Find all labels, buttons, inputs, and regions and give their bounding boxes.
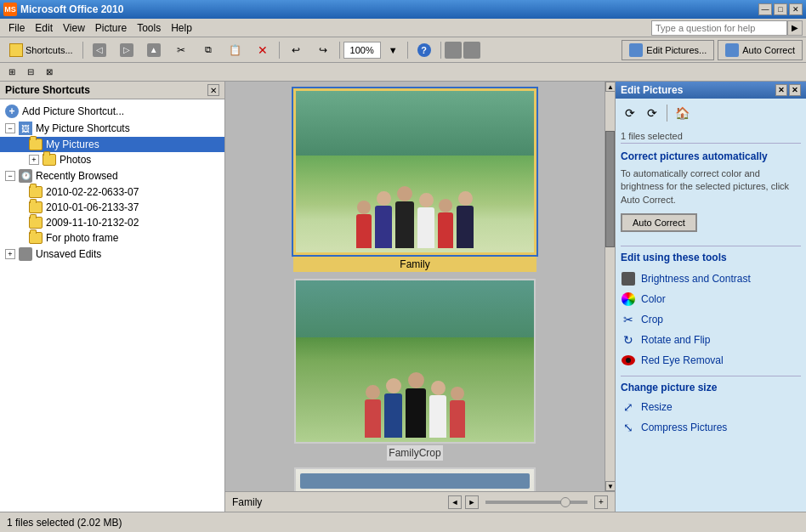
zoom-dropdown-button[interactable]: ▼	[383, 40, 404, 60]
tool-resize-label: Resize	[641, 401, 673, 413]
photos-folder-icon	[43, 154, 56, 166]
sidebar-item-date1[interactable]: 2010-02-22-0633-07	[0, 184, 224, 200]
zoom-input[interactable]	[343, 42, 381, 59]
sidebar-item-recently-browsed[interactable]: − 🕐 Recently Browsed	[0, 167, 224, 184]
panel-forward-icon[interactable]: ⟳	[643, 104, 661, 122]
my-pictures-label: My Pictures	[46, 139, 99, 150]
add-shortcut-item[interactable]: + Add Picture Shortcut...	[0, 103, 224, 120]
tool-rotate-label: Rotate and Flip	[641, 334, 710, 346]
redo-icon: ↪	[316, 43, 330, 57]
files-selected-text: 1 files selected	[621, 129, 801, 144]
panel-section-sep-1	[621, 246, 801, 246]
edit-tools-title: Edit using these tools	[621, 252, 801, 263]
photo-item-familycrop[interactable]: FamilyCrop	[294, 279, 536, 461]
help-search-button[interactable]: ▶	[787, 20, 803, 36]
tool-compress[interactable]: ⤡ Compress Pictures	[621, 417, 801, 438]
sidebar-item-my-picture-shortcuts[interactable]: − 🖼 My Picture Shortcuts	[0, 120, 224, 137]
help-button[interactable]: ?	[412, 40, 437, 60]
my-shortcuts-label: My Picture Shortcuts	[36, 122, 130, 134]
sidebar-item-unsaved-edits[interactable]: + Unsaved Edits	[0, 246, 224, 263]
photo-frame-screenshot[interactable]	[294, 467, 536, 491]
menu-edit[interactable]: Edit	[30, 20, 58, 36]
tool-brightness[interactable]: Brightness and Contrast	[621, 269, 801, 289]
photo-frame-label: For photo frame	[46, 232, 118, 244]
photo-frame-family[interactable]	[293, 88, 536, 255]
back-button[interactable]: ◁	[87, 40, 112, 60]
family-label: Family	[293, 257, 536, 272]
photo-item-screenshot[interactable]	[294, 467, 536, 491]
nav-slider[interactable]	[485, 501, 587, 504]
title-bar: MS Microsoft Office 2010 — □ ✕	[0, 0, 806, 19]
copy-button[interactable]: ⧉	[196, 40, 221, 60]
date3-label: 2009-11-10-2132-02	[46, 217, 139, 229]
nav-folder-label: Family	[232, 496, 262, 508]
menu-file[interactable]: File	[3, 20, 30, 36]
expand-my-shortcuts-icon[interactable]: −	[5, 123, 15, 133]
scroll-thumb-area	[605, 92, 615, 481]
photo-frame-familycrop[interactable]	[294, 279, 536, 444]
nav-prev-button[interactable]: ◄	[448, 495, 462, 509]
scroll-down-button[interactable]: ▼	[605, 481, 615, 491]
tool-rotate[interactable]: ↻ Rotate and Flip	[621, 330, 801, 350]
panel-pin-button[interactable]: ✕	[775, 84, 787, 96]
photos-label: Photos	[60, 154, 91, 166]
cut-button[interactable]: ✂	[168, 40, 194, 60]
paste-button[interactable]: 📋	[223, 40, 248, 60]
photo-frame-folder-icon	[29, 232, 43, 244]
photo-thumb-screenshot	[296, 469, 534, 491]
film-view-button[interactable]: ⊟	[22, 65, 39, 80]
sidebar-item-date2[interactable]: 2010-01-06-2133-37	[0, 200, 224, 215]
redo-button[interactable]: ↪	[310, 40, 336, 60]
status-bar: 1 files selected (2.02 MB)	[0, 512, 806, 532]
shortcuts-button[interactable]: Shortcuts...	[3, 40, 79, 60]
expand-recently-icon[interactable]: −	[5, 171, 15, 181]
undo-icon: ↩	[289, 43, 303, 57]
auto-correct-panel-button[interactable]: Auto Correct	[621, 213, 697, 232]
list-view-button[interactable]: ⊠	[41, 65, 58, 80]
nav-next-button[interactable]: ►	[465, 495, 479, 509]
scroll-thumb[interactable]	[605, 131, 615, 247]
close-button[interactable]: ✕	[789, 3, 803, 15]
sidebar-close-button[interactable]: ✕	[207, 84, 219, 96]
menu-help[interactable]: Help	[166, 20, 197, 36]
menu-view[interactable]: View	[58, 20, 90, 36]
scroll-up-button[interactable]: ▲	[605, 82, 615, 92]
edit-pictures-button[interactable]: Edit Pictures...	[622, 40, 714, 60]
grid-view-button[interactable]: ⊞	[3, 65, 20, 80]
sidebar-item-for-photo-frame[interactable]: For photo frame	[0, 230, 224, 246]
forward-icon: ▷	[120, 43, 133, 57]
delete-button[interactable]: ✕	[250, 40, 275, 60]
forward-button[interactable]: ▷	[114, 40, 139, 60]
minimize-button[interactable]: —	[758, 3, 772, 15]
tool-red-eye[interactable]: Red Eye Removal	[621, 350, 801, 371]
sidebar-item-photos[interactable]: + Photos	[0, 152, 224, 167]
tool-resize[interactable]: ⤢ Resize	[621, 397, 801, 417]
undo-button[interactable]: ↩	[283, 40, 309, 60]
maximize-button[interactable]: □	[774, 3, 787, 15]
panel-close-button[interactable]: ✕	[789, 84, 801, 96]
icon-1[interactable]	[445, 42, 462, 59]
tool-crop[interactable]: ✂ Crop	[621, 309, 801, 330]
menu-picture[interactable]: Picture	[90, 20, 132, 36]
unsaved-icon	[19, 247, 32, 261]
nav-slider-thumb[interactable]	[560, 497, 570, 507]
nav-end-button[interactable]: +	[594, 495, 608, 509]
panel-header: Edit Pictures ✕ ✕	[616, 82, 806, 99]
panel-back-icon[interactable]: ⟳	[621, 104, 639, 122]
expand-photos-icon[interactable]: +	[29, 155, 39, 165]
menu-tools[interactable]: Tools	[132, 20, 166, 36]
photo-item-family[interactable]: Family	[293, 88, 536, 272]
icon-2[interactable]	[463, 42, 480, 59]
tool-color[interactable]: Color	[621, 289, 801, 309]
help-input[interactable]	[651, 20, 787, 36]
expand-unsaved-icon[interactable]: +	[5, 249, 15, 259]
correct-description: To automatically correct color and brigh…	[621, 167, 801, 207]
up-button[interactable]: ▲	[141, 40, 167, 60]
auto-correct-toolbar-button[interactable]: Auto Correct	[718, 40, 803, 60]
sidebar-item-date3[interactable]: 2009-11-10-2132-02	[0, 215, 224, 230]
panel-header-buttons: ✕ ✕	[775, 84, 801, 96]
sidebar-item-my-pictures[interactable]: My Pictures	[0, 137, 224, 152]
photo-scroll[interactable]: Family	[225, 82, 604, 491]
panel-home-icon[interactable]: 🏠	[673, 104, 691, 122]
panel-icon-row: ⟳ ⟳ 🏠	[621, 104, 801, 122]
